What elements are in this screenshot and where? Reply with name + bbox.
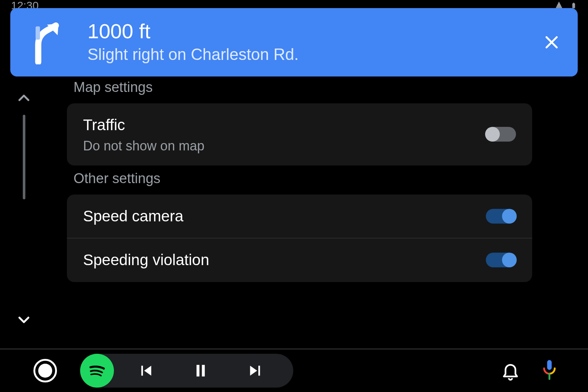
setting-row-speeding-violation[interactable]: Speeding violation [67,238,532,282]
navigation-banner[interactable]: 1000 ft Slight right on Charleston Rd. [10,8,578,76]
media-previous-button[interactable] [124,356,168,385]
section-header-other-settings: Other settings [74,171,532,186]
toggle-knob [502,253,517,267]
setting-subtitle: Do not show on map [83,138,204,154]
scroll-down-icon[interactable] [16,312,32,327]
skip-previous-icon [136,361,156,381]
launcher-button[interactable] [33,359,57,383]
media-next-button[interactable] [233,356,277,385]
media-play-pause-button[interactable] [179,356,223,385]
setting-row-speed-camera[interactable]: Speed camera [67,195,532,238]
speed-camera-toggle[interactable] [486,209,516,224]
bell-icon [501,361,520,381]
media-control-pill [80,354,293,388]
turn-slight-right-icon [25,20,69,64]
toggle-knob [485,127,500,142]
card-map-settings: Traffic Do not show on map [67,103,532,165]
pause-icon [191,361,211,381]
nav-instruction: Slight right on Charleston Rd. [87,45,540,64]
setting-title: Traffic [83,115,204,135]
close-icon [543,33,560,51]
skip-next-icon [245,361,265,381]
traffic-toggle[interactable] [486,127,516,142]
google-mic-icon [540,359,559,382]
scroll-thumb[interactable] [23,115,25,199]
spotify-app-button[interactable] [80,354,114,388]
setting-title: Speed camera [83,206,183,227]
setting-row-traffic[interactable]: Traffic Do not show on map [67,103,532,165]
svg-rect-0 [36,26,40,40]
close-banner-button[interactable] [540,31,563,54]
spotify-icon [84,358,110,384]
scroll-track [23,115,25,303]
card-other-settings: Speed camera Speeding violation [67,195,532,282]
scroll-indicator[interactable] [15,90,33,327]
assistant-mic-button[interactable] [537,359,562,383]
launcher-icon [33,359,57,382]
system-bar [0,349,588,392]
nav-distance: 1000 ft [87,21,540,42]
svg-rect-3 [547,360,552,370]
section-header-map-settings: Map settings [74,79,532,95]
notifications-button[interactable] [498,359,523,383]
speeding-violation-toggle[interactable] [486,253,516,267]
scroll-up-icon[interactable] [16,90,32,106]
setting-title: Speeding violation [83,250,209,270]
toggle-knob [502,209,517,224]
settings-list: Map settings Traffic Do not show on map … [67,78,532,349]
